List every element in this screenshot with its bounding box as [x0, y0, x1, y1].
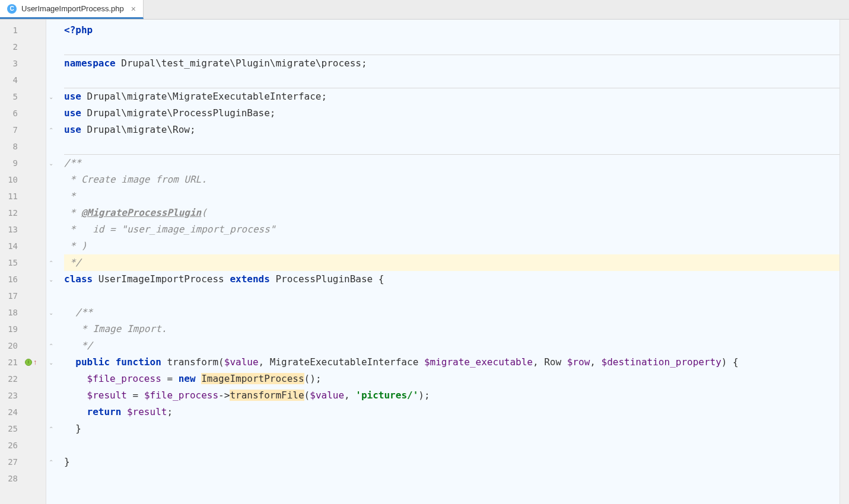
- line-number[interactable]: 10: [0, 175, 23, 184]
- code-line[interactable]: * id = "user_image_import_process": [64, 221, 840, 238]
- gutter-row: 18: [0, 304, 46, 321]
- line-number[interactable]: 15: [0, 258, 23, 267]
- line-number[interactable]: 1: [0, 25, 23, 35]
- fold-marker[interactable]: ⌃: [46, 254, 56, 271]
- line-number[interactable]: 20: [0, 341, 23, 350]
- line-number[interactable]: 23: [0, 391, 23, 400]
- line-number[interactable]: 21: [0, 358, 23, 367]
- fold-marker[interactable]: ⌃: [46, 420, 56, 437]
- gutter-row: 20: [0, 337, 46, 354]
- fold-marker[interactable]: ⌄: [46, 271, 56, 288]
- override-marker-icon[interactable]: I: [25, 359, 32, 366]
- fold-marker[interactable]: ⌃: [46, 122, 56, 138]
- fold-marker[interactable]: ⌄: [46, 304, 56, 321]
- code-line[interactable]: use Drupal\migrate\ProcessPluginBase;: [64, 105, 840, 122]
- code-line[interactable]: return $result;: [64, 404, 840, 420]
- fold-marker: [46, 437, 56, 454]
- fold-marker[interactable]: ⌃: [46, 337, 56, 354]
- line-number[interactable]: 28: [0, 474, 23, 483]
- line-number[interactable]: 4: [0, 75, 23, 85]
- code-line[interactable]: }: [64, 420, 840, 437]
- code-line[interactable]: [64, 288, 840, 304]
- fold-marker: [46, 288, 56, 304]
- code-line[interactable]: $result = $file_process->transformFile($…: [64, 387, 840, 404]
- line-number[interactable]: 18: [0, 308, 23, 317]
- code-line[interactable]: [64, 437, 840, 454]
- tab-title: UserImageImportProcess.php: [21, 4, 124, 13]
- code-area[interactable]: <?phpnamespace Drupal\test_migrate\Plugi…: [56, 20, 840, 504]
- fold-marker: [46, 387, 56, 404]
- close-icon[interactable]: ×: [131, 4, 136, 14]
- gutter-row: 16: [0, 271, 46, 288]
- gutter-row: 8: [0, 138, 46, 155]
- code-line[interactable]: */: [64, 254, 840, 271]
- fold-marker[interactable]: ⌄: [46, 354, 56, 371]
- fold-marker: [46, 105, 56, 122]
- gutter-row: 25: [0, 420, 46, 437]
- code-line[interactable]: /**: [64, 155, 840, 171]
- line-number[interactable]: 2: [0, 42, 23, 52]
- code-line[interactable]: $file_process = new ImageImportProcess()…: [64, 371, 840, 387]
- gutter-row: 5: [0, 88, 46, 105]
- gutter-row: 3: [0, 55, 46, 72]
- fold-marker: [46, 371, 56, 387]
- line-number[interactable]: 5: [0, 92, 23, 101]
- gutter-row: 21I↑: [0, 354, 46, 371]
- code-line[interactable]: use Drupal\migrate\MigrateExecutableInte…: [64, 88, 840, 105]
- code-line[interactable]: * ): [64, 238, 840, 254]
- gutter-row: 11: [0, 188, 46, 205]
- line-number[interactable]: 24: [0, 407, 23, 417]
- code-line[interactable]: /**: [64, 304, 840, 321]
- code-line[interactable]: use Drupal\migrate\Row;: [64, 122, 840, 138]
- editor-pane: 123456789101112131415161718192021I↑22232…: [0, 20, 849, 504]
- code-line[interactable]: [64, 470, 840, 487]
- code-line[interactable]: namespace Drupal\test_migrate\Plugin\mig…: [64, 55, 840, 72]
- code-line[interactable]: * Image Import.: [64, 321, 840, 337]
- line-number[interactable]: 3: [0, 59, 23, 68]
- code-line[interactable]: [64, 138, 840, 155]
- gutter-row: 4: [0, 72, 46, 88]
- line-number[interactable]: 13: [0, 225, 23, 234]
- gutter-row: 24: [0, 404, 46, 420]
- line-number[interactable]: 26: [0, 441, 23, 450]
- line-number[interactable]: 22: [0, 374, 23, 384]
- line-number[interactable]: 14: [0, 241, 23, 251]
- code-line[interactable]: [64, 39, 840, 55]
- tab-active[interactable]: C UserImageImportProcess.php ×: [0, 0, 144, 19]
- code-line[interactable]: * @MigrateProcessPlugin(: [64, 205, 840, 221]
- line-number[interactable]: 27: [0, 457, 23, 467]
- fold-marker: [46, 138, 56, 155]
- line-number[interactable]: 9: [0, 158, 23, 168]
- code-line[interactable]: [64, 72, 840, 88]
- line-number[interactable]: 19: [0, 324, 23, 334]
- line-number[interactable]: 8: [0, 142, 23, 151]
- fold-marker: [46, 221, 56, 238]
- code-line[interactable]: */: [64, 337, 840, 354]
- fold-marker: [46, 188, 56, 205]
- arrow-up-icon: ↑: [33, 358, 37, 366]
- gutter-row: 14: [0, 238, 46, 254]
- php-file-icon: C: [7, 4, 17, 14]
- line-number[interactable]: 12: [0, 208, 23, 218]
- fold-marker[interactable]: ⌃: [46, 454, 56, 470]
- fold-marker[interactable]: ⌄: [46, 155, 56, 171]
- gutter-row: 10: [0, 171, 46, 188]
- gutter-row: 27: [0, 454, 46, 470]
- code-line[interactable]: *: [64, 188, 840, 205]
- code-line[interactable]: <?php: [64, 22, 840, 39]
- code-line[interactable]: public function transform($value, Migrat…: [64, 354, 840, 371]
- line-number[interactable]: 11: [0, 192, 23, 201]
- code-line[interactable]: * Create image from URL.: [64, 171, 840, 188]
- line-number[interactable]: 25: [0, 424, 23, 433]
- fold-gutter: ⌄⌃⌄⌃⌄⌄⌃⌄⌃⌃: [46, 20, 56, 504]
- code-line[interactable]: }: [64, 454, 840, 470]
- line-number[interactable]: 6: [0, 109, 23, 118]
- line-number[interactable]: 7: [0, 125, 23, 135]
- line-number[interactable]: 17: [0, 291, 23, 301]
- fold-marker[interactable]: ⌄: [46, 88, 56, 105]
- fold-marker: [46, 238, 56, 254]
- code-line[interactable]: class UserImageImportProcess extends Pro…: [64, 271, 840, 288]
- fold-marker: [46, 321, 56, 337]
- fold-marker: [46, 404, 56, 420]
- line-number[interactable]: 16: [0, 275, 23, 284]
